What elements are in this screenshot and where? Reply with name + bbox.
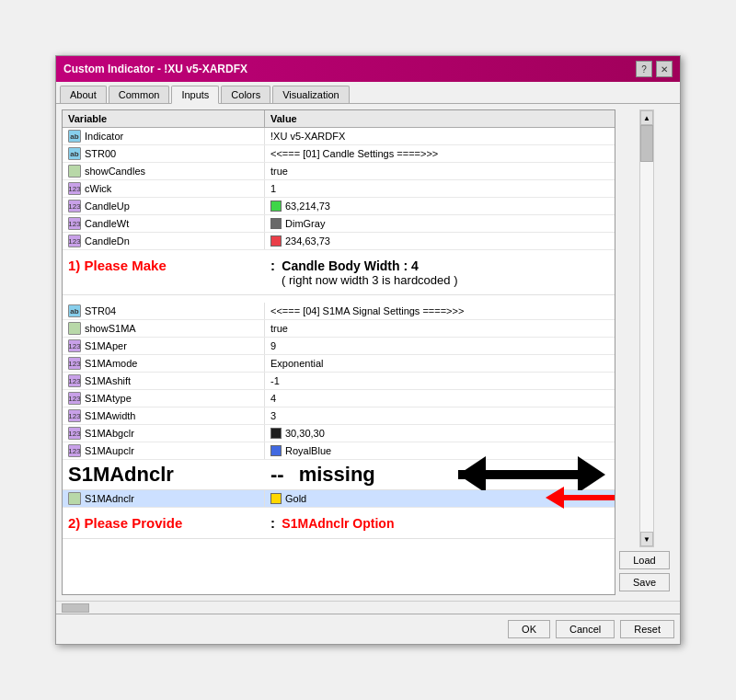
window-title: Custom Indicator - !XU v5-XARDFX (63, 63, 247, 75)
table-row[interactable]: 123 S1MAper 9 (63, 338, 615, 355)
tab-about[interactable]: About (60, 86, 107, 103)
num-icon: 123 (68, 409, 81, 422)
variable-cell: ab STR00 (63, 145, 265, 162)
red-arrow (546, 487, 615, 511)
empty-space (63, 539, 615, 594)
ab-icon: ab (68, 147, 81, 160)
value-cell: 1 (265, 180, 615, 197)
variable-cell: 123 S1MAtype (63, 390, 265, 407)
tab-inputs[interactable]: Inputs (171, 86, 219, 104)
table-row-s1madnclr[interactable]: S1MAdnclr Gold (63, 490, 615, 508)
table-row[interactable]: 123 S1MAshift -1 (63, 373, 615, 390)
num-icon: 123 (68, 339, 81, 352)
value-cell: <<=== [04] S1MA Signal Settings ====>>> (265, 303, 615, 319)
num-icon: 123 (68, 357, 81, 370)
color-swatch (270, 428, 282, 439)
annotation1-right: Candle Body Width : 4 (282, 258, 418, 273)
value-cell: 234,63,73 (265, 233, 615, 249)
table-row[interactable]: 123 cWick 1 (63, 180, 615, 198)
variable-cell: ab Indicator (63, 128, 265, 144)
h-scrollbar[interactable] (56, 601, 680, 614)
table-row[interactable]: 123 S1MAtype 4 (63, 390, 615, 407)
tab-common[interactable]: Common (109, 86, 170, 103)
table-row[interactable]: showS1MA true (63, 320, 615, 338)
table-row[interactable]: ab STR00 <<=== [01] Candle Settings ====… (63, 145, 615, 163)
col-value: Value (265, 110, 615, 127)
variable-cell: showS1MA (63, 320, 265, 337)
num-icon: 123 (68, 182, 81, 195)
num-icon: 123 (68, 217, 81, 230)
num-icon: 123 (68, 200, 81, 212)
reset-button[interactable]: Reset (620, 620, 674, 638)
color-swatch (270, 493, 282, 504)
title-bar: Custom Indicator - !XU v5-XARDFX ? ✕ (56, 56, 680, 82)
cancel-button[interactable]: Cancel (556, 620, 615, 638)
table-row[interactable]: 123 S1MAbgclr 30,30,30 (63, 425, 615, 442)
missing-dashes: -- (270, 463, 284, 487)
scrollbar[interactable]: ▲ ▼ (639, 109, 654, 547)
main-dialog: Custom Indicator - !XU v5-XARDFX ? ✕ Abo… (55, 55, 681, 645)
gap-spacer (63, 295, 615, 303)
annotation1-colon: : (270, 258, 275, 273)
variable-cell: 123 S1MAwidth (63, 407, 265, 424)
load-button[interactable]: Load (619, 551, 670, 569)
annotation2-colon: : (270, 515, 275, 531)
scroll-thumb[interactable] (640, 125, 653, 162)
scroll-up[interactable]: ▲ (640, 110, 653, 125)
content-area: Variable Value ab Indicator !XU v5-XARDF… (56, 104, 680, 601)
value-cell: 30,30,30 (265, 425, 615, 442)
variable-cell: 123 CandleUp (63, 198, 265, 214)
annotation2-left: 2) Please Provide (68, 515, 182, 531)
table-row[interactable]: 123 S1MAmode Exponential (63, 355, 615, 373)
value-cell: <<=== [01] Candle Settings ====>>> (265, 145, 615, 162)
table-row[interactable]: 123 S1MAwidth 3 (63, 407, 615, 425)
num-icon: 123 (68, 235, 81, 247)
variable-cell: 123 CandleDn (63, 233, 265, 249)
annotation-section-1: 1) Please Make : Candle Body Width : 4 (… (63, 250, 615, 295)
variable-cell: 123 cWick (63, 180, 265, 197)
num-icon: 123 (68, 374, 81, 387)
variable-cell: ab STR04 (63, 303, 265, 319)
scroll-down[interactable]: ▼ (640, 532, 653, 546)
annotation1-left: 1) Please Make (68, 258, 167, 273)
annotation-section-2: 2) Please Provide : S1MAdnclr Option (63, 508, 615, 539)
table-row[interactable]: ab STR04 <<=== [04] S1MA Signal Settings… (63, 303, 615, 320)
value-cell: 63,214,73 (265, 198, 615, 214)
table-row[interactable]: 123 CandleWt DimGray (63, 215, 615, 233)
close-button[interactable]: ✕ (656, 61, 673, 77)
right-panel: ▲ ▼ Load Save (619, 109, 674, 595)
variable-cell: 123 S1MAbgclr (63, 425, 265, 442)
variable-cell: 123 S1MAupclr (63, 442, 265, 459)
svg-marker-4 (546, 487, 564, 509)
table-header: Variable Value (63, 110, 615, 128)
h-scroll-thumb[interactable] (62, 603, 89, 613)
ok-button[interactable]: OK (508, 620, 550, 638)
table-row[interactable]: ab Indicator !XU v5-XARDFX (63, 128, 615, 145)
value-cell: 9 (265, 338, 615, 354)
save-button[interactable]: Save (619, 573, 670, 591)
bottom-bar: OK Cancel Reset (56, 614, 680, 644)
num-icon: 123 (68, 444, 81, 457)
table-body[interactable]: ab Indicator !XU v5-XARDFX ab STR00 <<==… (63, 128, 615, 594)
tab-bar: About Common Inputs Colors Visualization (56, 82, 680, 104)
value-cell: 3 (265, 407, 615, 424)
tab-colors[interactable]: Colors (221, 86, 270, 103)
col-variable: Variable (63, 110, 265, 127)
variable-cell: 123 S1MAshift (63, 373, 265, 389)
annotation1-sub: ( right now width 3 is hardcoded ) (282, 273, 457, 287)
table-row[interactable]: 123 CandleDn 234,63,73 (63, 233, 615, 250)
ab-icon: ab (68, 130, 81, 143)
table-row[interactable]: 123 CandleUp 63,214,73 (63, 198, 615, 215)
chart-icon (68, 165, 81, 178)
variable-cell: 123 S1MAmode (63, 355, 265, 372)
scroll-track (640, 125, 653, 532)
table-row[interactable]: showCandles true (63, 163, 615, 180)
variable-cell: 123 S1MAper (63, 338, 265, 354)
value-cell: !XU v5-XARDFX (265, 128, 615, 144)
window-controls: ? ✕ (636, 61, 673, 77)
tab-visualization[interactable]: Visualization (272, 86, 350, 103)
value-cell: DimGray (265, 215, 615, 232)
chart-icon (68, 492, 81, 505)
help-button[interactable]: ? (636, 61, 652, 77)
value-cell: true (265, 163, 615, 179)
